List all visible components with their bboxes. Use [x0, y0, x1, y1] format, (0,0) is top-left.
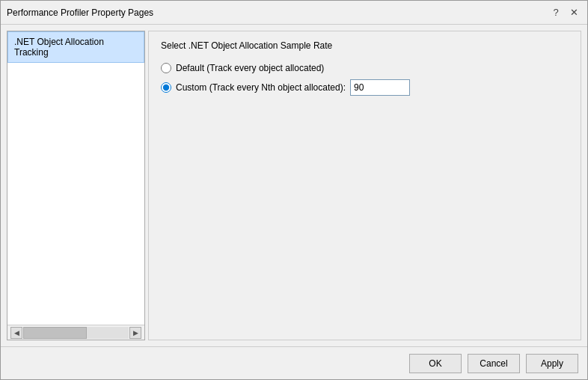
cancel-button[interactable]: Cancel — [468, 354, 520, 373]
window-title: Performance Profiler Property Pages — [7, 7, 153, 18]
sidebar-item-net-allocation[interactable]: .NET Object Allocation Tracking — [7, 31, 144, 63]
custom-value-input[interactable] — [350, 79, 410, 96]
dialog-window: Performance Profiler Property Pages ? ✕ … — [0, 0, 588, 380]
radio-default[interactable] — [161, 63, 171, 73]
radio-custom[interactable] — [161, 82, 171, 93]
close-button[interactable]: ✕ — [566, 5, 581, 20]
radio-default-label: Default (Track every object allocated) — [176, 63, 324, 73]
scroll-right-arrow[interactable]: ▶ — [129, 327, 141, 339]
dialog-footer: OK Cancel Apply — [1, 346, 587, 379]
radio-row-default: Default (Track every object allocated) — [161, 63, 569, 73]
ok-button[interactable]: OK — [409, 354, 462, 373]
left-panel: .NET Object Allocation Tracking ◀ ▶ — [7, 31, 145, 340]
title-bar: Performance Profiler Property Pages ? ✕ — [1, 1, 587, 25]
section-title: Select .NET Object Allocation Sample Rat… — [161, 40, 569, 51]
scroll-left-arrow[interactable]: ◀ — [10, 327, 22, 339]
title-bar-controls: ? ✕ — [548, 5, 581, 20]
right-panel: Select .NET Object Allocation Sample Rat… — [148, 31, 581, 340]
radio-row-custom: Custom (Track every Nth object allocated… — [161, 79, 569, 96]
apply-button[interactable]: Apply — [526, 354, 578, 373]
help-button[interactable]: ? — [548, 5, 563, 20]
radio-group: Default (Track every object allocated) C… — [161, 63, 569, 96]
radio-custom-label: Custom (Track every Nth object allocated… — [176, 82, 346, 93]
scroll-track[interactable] — [23, 327, 129, 339]
dialog-body: .NET Object Allocation Tracking ◀ ▶ Sele… — [1, 25, 587, 346]
scroll-thumb — [23, 327, 87, 339]
horizontal-scrollbar: ◀ ▶ — [7, 325, 144, 340]
